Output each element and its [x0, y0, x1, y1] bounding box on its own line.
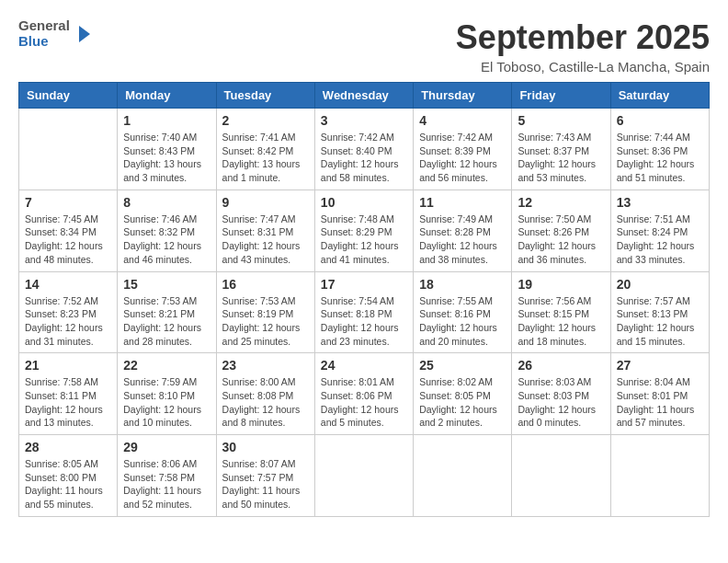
weekday-header-friday: Friday: [512, 83, 610, 109]
calendar-cell: 27 Sunrise: 8:04 AMSunset: 8:01 PMDaylig…: [610, 353, 709, 435]
day-number: 22: [123, 358, 210, 373]
calendar-cell: [314, 435, 413, 517]
calendar-cell: 9 Sunrise: 7:47 AMSunset: 8:31 PMDayligh…: [216, 190, 314, 271]
calendar-cell: 13 Sunrise: 7:51 AMSunset: 8:24 PMDaylig…: [610, 190, 709, 271]
day-number: 11: [419, 195, 506, 210]
day-number: 24: [321, 358, 407, 373]
location: El Toboso, Castille-La Mancha, Spain: [456, 59, 710, 75]
logo-general: General: [18, 18, 70, 34]
day-info: Sunrise: 7:40 AMSunset: 8:43 PMDaylight:…: [123, 131, 210, 185]
day-info: Sunrise: 7:53 AMSunset: 8:19 PMDaylight:…: [222, 294, 309, 349]
day-info: Sunrise: 8:01 AMSunset: 8:06 PMDaylight:…: [321, 375, 407, 430]
calendar-cell: 6 Sunrise: 7:44 AMSunset: 8:36 PMDayligh…: [610, 109, 709, 190]
day-number: 28: [25, 440, 111, 454]
calendar-cell: 30 Sunrise: 8:07 AMSunset: 7:57 PMDaylig…: [216, 435, 314, 517]
logo: General Blue: [18, 18, 92, 49]
day-number: 13: [617, 195, 703, 210]
day-number: 21: [25, 358, 111, 373]
day-number: 3: [321, 113, 407, 128]
day-info: Sunrise: 7:42 AMSunset: 8:39 PMDaylight:…: [419, 131, 506, 185]
calendar-cell: 22 Sunrise: 7:59 AMSunset: 8:10 PMDaylig…: [118, 353, 216, 435]
calendar-cell: 28 Sunrise: 8:05 AMSunset: 8:00 PMDaylig…: [19, 435, 118, 517]
day-info: Sunrise: 7:43 AMSunset: 8:37 PMDaylight:…: [518, 131, 604, 185]
calendar-cell: 1 Sunrise: 7:40 AMSunset: 8:43 PMDayligh…: [118, 109, 216, 190]
calendar-cell: 10 Sunrise: 7:48 AMSunset: 8:29 PMDaylig…: [314, 190, 413, 271]
logo-arrow-icon: [72, 24, 92, 44]
calendar-cell: 12 Sunrise: 7:50 AMSunset: 8:26 PMDaylig…: [512, 190, 610, 271]
calendar-cell: [19, 109, 118, 190]
day-number: 6: [617, 113, 703, 128]
day-number: 15: [123, 277, 210, 292]
day-info: Sunrise: 7:56 AMSunset: 8:15 PMDaylight:…: [518, 294, 604, 349]
day-number: 26: [518, 358, 604, 373]
day-info: Sunrise: 7:44 AMSunset: 8:36 PMDaylight:…: [617, 131, 703, 185]
day-info: Sunrise: 7:51 AMSunset: 8:24 PMDaylight:…: [617, 213, 703, 267]
calendar-cell: 21 Sunrise: 7:58 AMSunset: 8:11 PMDaylig…: [19, 353, 118, 435]
day-number: 29: [123, 440, 210, 454]
calendar-cell: 2 Sunrise: 7:41 AMSunset: 8:42 PMDayligh…: [216, 109, 314, 190]
calendar-cell: 3 Sunrise: 7:42 AMSunset: 8:40 PMDayligh…: [314, 109, 413, 190]
day-info: Sunrise: 7:54 AMSunset: 8:18 PMDaylight:…: [321, 294, 407, 349]
day-info: Sunrise: 7:47 AMSunset: 8:31 PMDaylight:…: [222, 213, 309, 267]
calendar-cell: 16 Sunrise: 7:53 AMSunset: 8:19 PMDaylig…: [216, 271, 314, 353]
day-info: Sunrise: 7:42 AMSunset: 8:40 PMDaylight:…: [321, 131, 407, 185]
day-info: Sunrise: 8:06 AMSunset: 7:58 PMDaylight:…: [123, 457, 210, 511]
day-number: 20: [617, 277, 703, 292]
day-number: 17: [321, 277, 407, 292]
day-number: 30: [222, 440, 309, 454]
calendar-cell: 18 Sunrise: 7:55 AMSunset: 8:16 PMDaylig…: [414, 271, 512, 353]
day-number: 18: [419, 277, 506, 292]
day-number: 25: [419, 358, 506, 373]
day-number: 7: [25, 195, 111, 210]
day-number: 9: [222, 195, 309, 210]
calendar-cell: 5 Sunrise: 7:43 AMSunset: 8:37 PMDayligh…: [512, 109, 610, 190]
title-area: September 2025 El Toboso, Castille-La Ma…: [456, 18, 710, 75]
calendar-cell: 25 Sunrise: 8:02 AMSunset: 8:05 PMDaylig…: [414, 353, 512, 435]
calendar-cell: 29 Sunrise: 8:06 AMSunset: 7:58 PMDaylig…: [118, 435, 216, 517]
calendar-cell: 23 Sunrise: 8:00 AMSunset: 8:08 PMDaylig…: [216, 353, 314, 435]
day-info: Sunrise: 7:53 AMSunset: 8:21 PMDaylight:…: [123, 294, 210, 349]
day-info: Sunrise: 8:05 AMSunset: 8:00 PMDaylight:…: [25, 457, 111, 511]
calendar-cell: 11 Sunrise: 7:49 AMSunset: 8:28 PMDaylig…: [414, 190, 512, 271]
calendar-cell: [512, 435, 610, 517]
weekday-header-monday: Monday: [118, 83, 216, 109]
day-number: 8: [123, 195, 210, 210]
day-number: 14: [25, 277, 111, 292]
weekday-header-wednesday: Wednesday: [314, 83, 413, 109]
weekday-header-tuesday: Tuesday: [216, 83, 314, 109]
day-number: 12: [518, 195, 604, 210]
calendar-table: SundayMondayTuesdayWednesdayThursdayFrid…: [18, 82, 710, 517]
calendar-cell: 15 Sunrise: 7:53 AMSunset: 8:21 PMDaylig…: [118, 271, 216, 353]
svg-marker-0: [79, 26, 90, 42]
day-number: 19: [518, 277, 604, 292]
day-info: Sunrise: 8:03 AMSunset: 8:03 PMDaylight:…: [518, 375, 604, 430]
day-info: Sunrise: 7:59 AMSunset: 8:10 PMDaylight:…: [123, 375, 210, 430]
day-info: Sunrise: 7:48 AMSunset: 8:29 PMDaylight:…: [321, 213, 407, 267]
calendar-cell: [414, 435, 512, 517]
day-number: 16: [222, 277, 309, 292]
calendar-cell: 4 Sunrise: 7:42 AMSunset: 8:39 PMDayligh…: [414, 109, 512, 190]
weekday-header-saturday: Saturday: [610, 83, 709, 109]
day-info: Sunrise: 7:57 AMSunset: 8:13 PMDaylight:…: [617, 294, 703, 349]
weekday-header-thursday: Thursday: [414, 83, 512, 109]
day-info: Sunrise: 7:50 AMSunset: 8:26 PMDaylight:…: [518, 213, 604, 267]
calendar-cell: 26 Sunrise: 8:03 AMSunset: 8:03 PMDaylig…: [512, 353, 610, 435]
calendar-cell: 17 Sunrise: 7:54 AMSunset: 8:18 PMDaylig…: [314, 271, 413, 353]
day-number: 4: [419, 113, 506, 128]
calendar-cell: 19 Sunrise: 7:56 AMSunset: 8:15 PMDaylig…: [512, 271, 610, 353]
calendar-cell: 8 Sunrise: 7:46 AMSunset: 8:32 PMDayligh…: [118, 190, 216, 271]
logo-blue: Blue: [18, 34, 70, 50]
day-info: Sunrise: 7:41 AMSunset: 8:42 PMDaylight:…: [222, 131, 309, 185]
day-number: 27: [617, 358, 703, 373]
calendar-cell: 20 Sunrise: 7:57 AMSunset: 8:13 PMDaylig…: [610, 271, 709, 353]
calendar-cell: 14 Sunrise: 7:52 AMSunset: 8:23 PMDaylig…: [19, 271, 118, 353]
day-number: 2: [222, 113, 309, 128]
day-info: Sunrise: 7:46 AMSunset: 8:32 PMDaylight:…: [123, 213, 210, 267]
day-number: 23: [222, 358, 309, 373]
day-number: 1: [123, 113, 210, 128]
day-info: Sunrise: 7:55 AMSunset: 8:16 PMDaylight:…: [419, 294, 506, 349]
day-info: Sunrise: 7:58 AMSunset: 8:11 PMDaylight:…: [25, 375, 111, 430]
day-info: Sunrise: 8:00 AMSunset: 8:08 PMDaylight:…: [222, 375, 309, 430]
day-number: 5: [518, 113, 604, 128]
day-info: Sunrise: 8:07 AMSunset: 7:57 PMDaylight:…: [222, 457, 309, 511]
